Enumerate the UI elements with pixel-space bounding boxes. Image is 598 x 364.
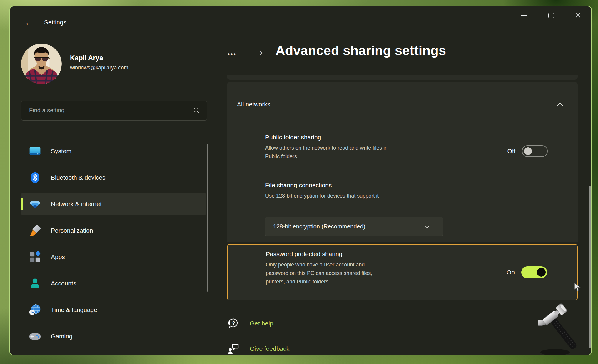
- sidebar-item-label: System: [51, 148, 71, 155]
- sidebar-item-personalization[interactable]: Personalization: [21, 220, 206, 241]
- close-button[interactable]: [569, 8, 587, 22]
- selected-accent-pill: [21, 198, 23, 210]
- sidebar-item-label: Gaming: [51, 333, 73, 340]
- sidebar-item-network-internet[interactable]: Network & internet: [21, 193, 206, 215]
- maximize-button[interactable]: [542, 8, 560, 22]
- hammer-watermark: [538, 303, 588, 355]
- apps-icon: [29, 251, 41, 263]
- encryption-dropdown[interactable]: 128-bit encryption (Recommended): [265, 217, 443, 236]
- sidebar-item-gaming[interactable]: Gaming: [21, 325, 206, 347]
- setting-description: Only people who have a user account and …: [266, 261, 382, 286]
- breadcrumb-more-button[interactable]: •••: [228, 48, 244, 60]
- help-bubble-icon: ?: [228, 317, 239, 330]
- setting-description: Allow others on the network to read and …: [265, 144, 392, 161]
- profile-email: windows@kapilarya.com: [70, 65, 128, 71]
- profile-name: Kapil Arya: [70, 54, 128, 62]
- back-arrow-icon: ←: [24, 17, 33, 27]
- public-folder-sharing-row: Public folder sharing Allow others on th…: [227, 127, 578, 175]
- feedback-person-icon: [228, 343, 239, 355]
- sidebar-item-label: Bluetooth & devices: [51, 174, 106, 181]
- toggle-knob: [537, 268, 546, 277]
- sidebar-item-time-language[interactable]: Time & language: [21, 299, 206, 321]
- public-folder-sharing-toggle[interactable]: [522, 145, 548, 157]
- give-feedback-link[interactable]: Give feedback: [228, 342, 289, 355]
- get-help-link[interactable]: ? Get help: [228, 317, 273, 330]
- toggle-knob: [524, 147, 532, 155]
- password-protected-sharing-toggle[interactable]: [521, 266, 547, 278]
- svg-text:?: ?: [232, 321, 235, 326]
- gaming-icon: [29, 330, 41, 343]
- sidebar-item-label: Accounts: [51, 280, 76, 287]
- minimize-icon: [521, 15, 527, 16]
- give-feedback-label: Give feedback: [250, 345, 289, 352]
- breadcrumb-separator-icon: ›: [259, 46, 263, 58]
- get-help-label: Get help: [250, 320, 273, 327]
- file-sharing-connections-row: File sharing connections Use 128-bit enc…: [227, 175, 578, 242]
- search-icon: [193, 107, 200, 114]
- content-scrollbar[interactable]: [589, 186, 591, 348]
- chevron-down-icon: [425, 225, 430, 228]
- settings-window: ← Settings: [9, 6, 592, 355]
- sidebar-item-apps[interactable]: Apps: [21, 246, 206, 268]
- system-icon: [29, 145, 41, 158]
- accounts-icon: [29, 277, 41, 290]
- network-icon: [29, 198, 41, 211]
- sidebar-item-accounts[interactable]: Accounts: [21, 273, 206, 294]
- previous-card-partial: [227, 75, 578, 80]
- setting-title: Public folder sharing: [265, 134, 321, 141]
- page-title: Advanced sharing settings: [275, 43, 446, 58]
- search-box[interactable]: [21, 101, 207, 121]
- chevron-up-icon[interactable]: [557, 102, 564, 107]
- setting-title: File sharing connections: [265, 182, 332, 189]
- sidebar-item-system[interactable]: System: [21, 140, 206, 162]
- more-icon: •••: [228, 51, 237, 58]
- expander-title: All networks: [237, 101, 270, 108]
- search-input[interactable]: [21, 107, 193, 114]
- sidebar-item-label: Network & internet: [51, 201, 102, 208]
- sidebar-item-label: Personalization: [51, 227, 93, 234]
- app-title: Settings: [44, 19, 66, 26]
- password-protected-sharing-row: Password protected sharing Only people w…: [227, 244, 578, 300]
- bluetooth-icon: [29, 171, 41, 184]
- back-button[interactable]: ←: [22, 16, 36, 28]
- maximize-icon: [548, 13, 554, 18]
- sidebar-item-bluetooth-devices[interactable]: Bluetooth & devices: [21, 167, 206, 188]
- personalization-icon: [29, 224, 41, 237]
- setting-description: Use 128-bit encryption for devices that …: [265, 192, 379, 200]
- time-language-icon: [29, 303, 41, 316]
- minimize-button[interactable]: [515, 8, 533, 22]
- toggle-state-label: Off: [507, 148, 515, 155]
- profile-info: Kapil Arya windows@kapilarya.com: [70, 54, 128, 71]
- close-icon: [575, 12, 581, 18]
- sidebar-item-label: Apps: [51, 253, 65, 261]
- sidebar-scrollbar[interactable]: [207, 144, 208, 292]
- sidebar-item-label: Time & language: [51, 306, 97, 313]
- avatar-photo: [21, 44, 62, 84]
- setting-title: Password protected sharing: [266, 251, 342, 258]
- dropdown-value: 128-bit encryption (Recommended): [273, 223, 365, 230]
- avatar[interactable]: [21, 44, 62, 84]
- mouse-cursor: [573, 282, 582, 293]
- toggle-state-label: On: [507, 269, 515, 276]
- all-networks-expander[interactable]: All networks: [227, 82, 578, 127]
